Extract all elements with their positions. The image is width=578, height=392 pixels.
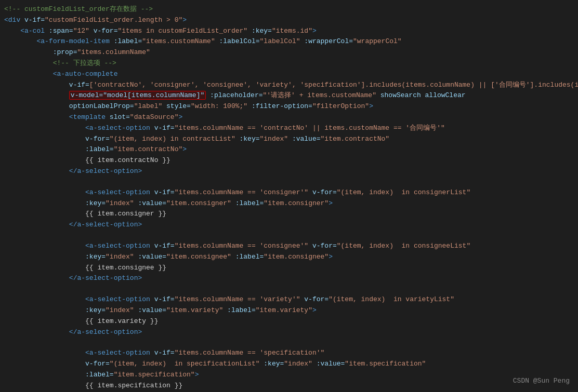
code-token: "items.id": [272, 27, 312, 35]
code-token: <a-select-option: [85, 124, 150, 132]
code-token: "filterOption": [312, 102, 369, 110]
code-token: v-for=: [85, 135, 110, 143]
highlighted-code: v-model="model[items.columnName]": [69, 91, 206, 100]
code-token: "item.consignee": [264, 253, 329, 261]
code-token: <a-select-option: [85, 349, 150, 357]
code-token: "(item, index) in contractList": [110, 135, 235, 143]
code-line: <a-select-option v-if="items.columnName …: [0, 294, 578, 305]
code-token: :label=: [231, 199, 264, 207]
code-token: <div: [4, 16, 20, 24]
code-token: <a-select-option: [85, 295, 150, 303]
code-line: </a-select-option>: [0, 166, 578, 177]
code-token: "item.contractNo": [321, 135, 390, 143]
line-content: v-for="(item, index) in contractList" :k…: [4, 134, 574, 145]
line-content: </a-select-option>: [4, 166, 574, 177]
code-line: {{ item.contractNo }}: [0, 155, 578, 166]
code-line: <a-form-model-item :label="items.customN…: [0, 36, 578, 47]
code-token: "(item, index) in specificationList": [110, 360, 260, 368]
code-token: v-if=: [150, 124, 175, 132]
code-token: :value=: [288, 135, 320, 143]
code-editor: <!-- customFieldList_order存在数据 --><div v…: [0, 0, 578, 392]
code-line: [0, 231, 578, 241]
code-token: {{ item.contractNo }}: [85, 156, 170, 164]
code-token: :key=: [235, 135, 260, 143]
code-token: {{ item.consigner }}: [85, 210, 166, 218]
line-content: :key="index" :value="item.variety" :labe…: [4, 305, 574, 316]
code-token: v-for=: [89, 27, 118, 35]
line-content: {{ item.consignee }}: [4, 263, 574, 274]
code-token: "index": [106, 253, 134, 261]
line-content: :key="index" :value="item.consigner" :la…: [4, 198, 574, 209]
line-content: </a-select-option>: [4, 220, 574, 231]
code-line: <a-auto-complete: [0, 69, 578, 80]
line-content: <a-form-model-item :label="items.customN…: [4, 36, 574, 47]
line-content: </a-select-option>: [4, 273, 574, 284]
code-token: <a-auto-complete: [53, 70, 118, 78]
code-token: "index": [284, 360, 312, 368]
code-token: "item.consigner": [264, 199, 329, 207]
code-token: "items in customFieldList_order": [117, 27, 247, 35]
code-token: <a-select-option: [85, 242, 150, 250]
code-token: :key=: [247, 27, 272, 35]
code-line: :key="index" :value="item.consignee" :la…: [0, 252, 578, 263]
code-token: <template: [69, 113, 106, 121]
code-token: "(item, index) in consigneeList": [337, 242, 470, 250]
code-line: <!-- 下拉选项 -->: [0, 58, 578, 69]
code-token: :key=: [260, 360, 284, 368]
code-token: v-if=: [150, 188, 175, 196]
code-token: :wrapperCol=: [300, 37, 353, 45]
line-content: {{ item.specification }}: [4, 381, 574, 391]
code-line: <a-select-option v-if="items.columnName …: [0, 187, 578, 198]
code-token: </a-select-option>: [69, 274, 142, 282]
code-line: <template slot="dataSource">: [0, 112, 578, 123]
code-line: v-model="model[items.columnName]" :place…: [0, 90, 578, 101]
code-token: "items.columnName == 'consignee'": [175, 242, 308, 250]
code-token: "item.variety": [256, 306, 312, 314]
code-token: v-for=: [85, 360, 110, 368]
line-content: <template slot="dataSource">: [4, 112, 574, 123]
line-content: {{ item.consigner }}: [4, 209, 574, 220]
code-token: v-for=: [308, 188, 337, 196]
code-token: "12": [73, 27, 89, 35]
code-token: slot=: [106, 113, 130, 121]
code-token: "(item, index) in varietyList": [329, 295, 454, 303]
code-token: "item.specification": [345, 360, 426, 368]
code-token: v-if=: [69, 81, 89, 89]
line-content: <!-- 下拉选项 -->: [4, 58, 574, 69]
line-content: optionLabelProp="label" style="width: 10…: [4, 101, 574, 112]
code-token: "items.columnName == 'specification'": [175, 349, 325, 357]
line-content: v-if=['contractNo', 'consigner', 'consig…: [4, 80, 578, 91]
code-token: "item.contractNo": [114, 145, 183, 153]
code-token: "'请选择' + items.customName": [263, 91, 376, 99]
code-token: >: [182, 16, 187, 24]
line-content: :key="index" :value="item.consignee" :la…: [4, 252, 574, 263]
code-token: "items.columnName == 'contractNo' || ite…: [175, 124, 445, 132]
code-token: "item.variety": [166, 306, 223, 314]
code-line: <a-select-option v-if="items.columnName …: [0, 123, 578, 134]
code-line: :key="index" :value="item.variety" :labe…: [0, 305, 578, 316]
code-line: {{ item.variety }}: [0, 316, 578, 327]
code-token: :label=: [85, 371, 114, 379]
code-token: {{ item.variety }}: [85, 317, 158, 325]
code-token: :label=: [231, 253, 264, 261]
code-line: <!-- customFieldList_order存在数据 -->: [0, 4, 578, 15]
code-token: "width: 100%;": [191, 102, 247, 110]
line-content: <a-select-option v-if="items.columnName …: [4, 187, 574, 198]
code-token: v-for=: [308, 242, 337, 250]
code-token: <a-form-model-item: [36, 37, 109, 45]
code-token: :prop=: [53, 48, 77, 56]
code-token: "customFieldList_order.length > 0": [45, 16, 182, 24]
code-line: </a-select-option>: [0, 327, 578, 338]
code-line: optionLabelProp="label" style="width: 10…: [0, 101, 578, 112]
code-token: <a-col: [20, 27, 45, 35]
line-content: v-model="model[items.columnName]" :place…: [4, 90, 574, 101]
line-content: </a-select-option>: [4, 327, 574, 338]
line-content: <a-auto-complete: [4, 69, 574, 80]
code-line: :label="item.contractNo">: [0, 144, 578, 155]
code-token: "dataSource": [130, 113, 179, 121]
code-token: v-if=: [20, 16, 45, 24]
code-token: "items.columnName": [77, 48, 150, 56]
code-token: :labelCol=: [215, 37, 260, 45]
code-token: "index": [106, 306, 134, 314]
line-content: {{ item.contractNo }}: [4, 155, 574, 166]
